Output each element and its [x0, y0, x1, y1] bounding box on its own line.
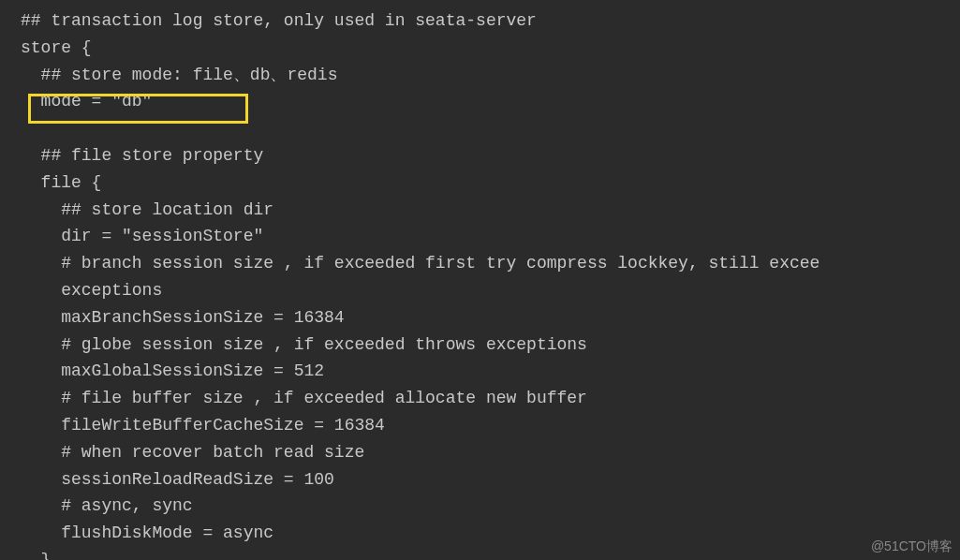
- code-block: ## transaction log store, only used in s…: [0, 0, 960, 560]
- watermark: @51CTO博客: [871, 536, 953, 556]
- code-line: # branch session size , if exceeded firs…: [21, 254, 820, 273]
- code-line: # async, sync: [21, 496, 193, 515]
- code-line: ## store location dir: [21, 200, 273, 219]
- code-line: sessionReloadReadSize = 100: [21, 470, 334, 489]
- code-line: fileWriteBufferCacheSize = 16384: [21, 416, 385, 435]
- code-viewport: ## transaction log store, only used in s…: [0, 0, 960, 560]
- code-line: ## file store property: [21, 146, 263, 165]
- code-line: # when recover batch read size: [21, 443, 364, 462]
- code-line: maxBranchSessionSize = 16384: [21, 308, 345, 327]
- code-line: # globe session size , if exceeded throw…: [21, 335, 587, 354]
- code-line: dir = "sessionStore": [21, 227, 263, 245]
- code-line: file {: [21, 173, 101, 192]
- code-line: ## transaction log store, only used in s…: [21, 11, 537, 30]
- code-line: ## store mode: file、db、redis: [21, 66, 337, 84]
- code-line: maxGlobalSessionSize = 512: [21, 361, 324, 380]
- code-line: store {: [21, 38, 92, 57]
- code-line: }: [21, 551, 51, 560]
- code-line: exceptions: [21, 281, 162, 300]
- code-line: # file buffer size , if exceeded allocat…: [21, 389, 587, 407]
- code-line: flushDiskMode = async: [21, 523, 273, 542]
- highlight-box: [28, 94, 248, 124]
